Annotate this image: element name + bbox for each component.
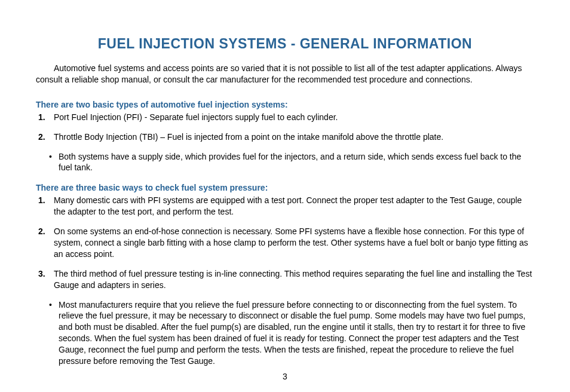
page-number: 3 bbox=[283, 372, 287, 381]
numbered-list-pressure: 1.Many domestic cars with PFI systems ar… bbox=[36, 195, 534, 290]
list-number: 2. bbox=[38, 131, 45, 143]
list-item: 2.Throttle Body Injection (TBI) – Fuel i… bbox=[36, 131, 534, 143]
list-item: 3.The third method of fuel pressure test… bbox=[36, 268, 534, 291]
list-number: 1. bbox=[38, 195, 45, 206]
list-item: 2.On some systems an end-of-hose connect… bbox=[36, 226, 534, 260]
list-item: 1.Many domestic cars with PFI systems ar… bbox=[36, 195, 534, 218]
page-title: FUEL INJECTION SYSTEMS - GENERAL INFORMA… bbox=[36, 36, 534, 52]
list-text: The third method of fuel pressure testin… bbox=[54, 269, 532, 290]
bullet-item: Most manufacturers require that you reli… bbox=[36, 299, 534, 367]
bullet-list-types: Both systems have a supply side, which p… bbox=[36, 151, 534, 174]
section-pressure: There are three basic ways to check fuel… bbox=[36, 183, 534, 367]
intro-paragraph: Automotive fuel systems and access point… bbox=[36, 63, 534, 85]
numbered-list-types: 1.Port Fuel Injection (PFI) - Separate f… bbox=[36, 112, 534, 143]
bullet-list-pressure: Most manufacturers require that you reli… bbox=[36, 299, 534, 367]
list-text: On some systems an end-of-hose connectio… bbox=[54, 226, 528, 259]
section-heading-types: There are two basic types of automotive … bbox=[36, 100, 534, 109]
list-text: Port Fuel Injection (PFI) - Separate fue… bbox=[54, 112, 338, 122]
list-text: Throttle Body Injection (TBI) – Fuel is … bbox=[54, 132, 443, 142]
list-number: 2. bbox=[38, 226, 45, 237]
list-text: Many domestic cars with PFI systems are … bbox=[54, 195, 522, 216]
list-number: 1. bbox=[38, 112, 45, 123]
list-item: 1.Port Fuel Injection (PFI) - Separate f… bbox=[36, 112, 534, 123]
list-number: 3. bbox=[38, 268, 45, 280]
section-heading-pressure: There are three basic ways to check fuel… bbox=[36, 183, 534, 192]
bullet-item: Both systems have a supply side, which p… bbox=[36, 151, 534, 174]
section-types: There are two basic types of automotive … bbox=[36, 100, 534, 174]
